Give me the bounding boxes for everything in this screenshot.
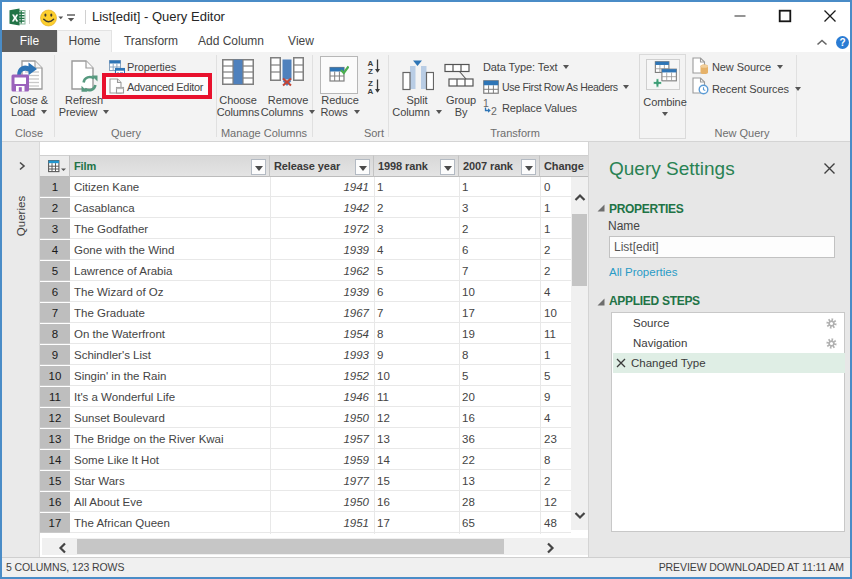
svg-text:1: 1 — [483, 98, 489, 109]
svg-text:Z: Z — [368, 67, 373, 75]
svg-text:A: A — [368, 87, 374, 95]
svg-text:2: 2 — [491, 105, 497, 116]
